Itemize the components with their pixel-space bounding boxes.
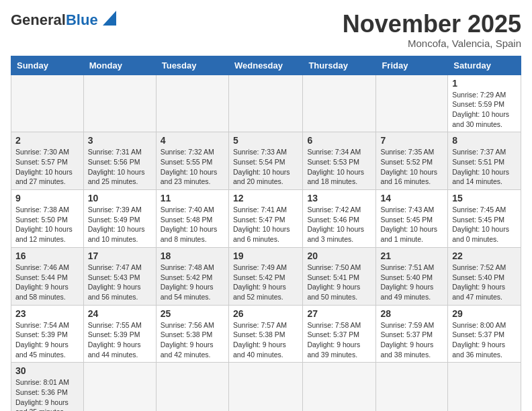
day-number: 13 (307, 193, 371, 203)
calendar-cell (83, 363, 156, 411)
day-number: 5 (233, 135, 298, 146)
calendar-cell: 8Sunrise: 7:37 AM Sunset: 5:51 PM Daylig… (448, 132, 521, 190)
day-number: 21 (380, 250, 443, 261)
day-number: 4 (161, 135, 224, 146)
week-row-1: 1Sunrise: 7:29 AM Sunset: 5:59 PM Daylig… (11, 75, 521, 132)
day-number: 15 (452, 193, 517, 203)
day-number: 9 (15, 193, 79, 203)
day-number: 22 (452, 250, 517, 261)
day-number: 7 (380, 135, 443, 146)
logo-text: GeneralBlue (11, 11, 98, 29)
day-info: Sunrise: 7:54 AM Sunset: 5:39 PM Dayligh… (15, 320, 79, 360)
day-number: 16 (15, 250, 79, 261)
day-info: Sunrise: 7:42 AM Sunset: 5:46 PM Dayligh… (307, 205, 371, 244)
logo: GeneralBlue (11, 11, 116, 30)
day-info: Sunrise: 7:41 AM Sunset: 5:47 PM Dayligh… (233, 205, 298, 244)
calendar-cell: 17Sunrise: 7:47 AM Sunset: 5:43 PM Dayli… (83, 247, 156, 305)
calendar-cell: 5Sunrise: 7:33 AM Sunset: 5:54 PM Daylig… (228, 132, 302, 190)
day-info: Sunrise: 7:30 AM Sunset: 5:57 PM Dayligh… (15, 147, 79, 187)
day-info: Sunrise: 8:01 AM Sunset: 5:36 PM Dayligh… (15, 377, 79, 411)
day-info: Sunrise: 7:49 AM Sunset: 5:42 PM Dayligh… (233, 263, 298, 302)
day-number: 6 (307, 135, 371, 146)
svg-marker-0 (103, 11, 116, 26)
day-info: Sunrise: 7:40 AM Sunset: 5:48 PM Dayligh… (161, 205, 224, 244)
calendar-cell: 27Sunrise: 7:58 AM Sunset: 5:37 PM Dayli… (303, 305, 376, 363)
day-info: Sunrise: 7:56 AM Sunset: 5:38 PM Dayligh… (161, 320, 224, 360)
calendar-cell: 25Sunrise: 7:56 AM Sunset: 5:38 PM Dayli… (156, 305, 228, 363)
calendar-cell: 6Sunrise: 7:34 AM Sunset: 5:53 PM Daylig… (303, 132, 376, 190)
day-info: Sunrise: 7:34 AM Sunset: 5:53 PM Dayligh… (307, 147, 371, 187)
logo-triangle-icon (103, 11, 116, 28)
day-number: 28 (380, 308, 443, 319)
day-number: 8 (452, 135, 517, 146)
calendar-cell: 16Sunrise: 7:46 AM Sunset: 5:44 PM Dayli… (11, 247, 84, 305)
day-number: 20 (307, 250, 371, 261)
calendar-cell (376, 75, 448, 132)
calendar-cell: 4Sunrise: 7:32 AM Sunset: 5:55 PM Daylig… (156, 132, 228, 190)
week-row-4: 16Sunrise: 7:46 AM Sunset: 5:44 PM Dayli… (11, 247, 521, 305)
day-number: 25 (161, 308, 224, 319)
calendar-cell: 12Sunrise: 7:41 AM Sunset: 5:47 PM Dayli… (228, 190, 302, 248)
calendar-cell: 26Sunrise: 7:57 AM Sunset: 5:38 PM Dayli… (228, 305, 302, 363)
calendar-cell (11, 75, 84, 132)
weekday-header-saturday: Saturday (448, 56, 521, 75)
day-number: 2 (15, 135, 79, 146)
calendar-title: November 2025 (343, 11, 521, 38)
calendar-cell: 18Sunrise: 7:48 AM Sunset: 5:42 PM Dayli… (156, 247, 228, 305)
calendar-cell: 19Sunrise: 7:49 AM Sunset: 5:42 PM Dayli… (228, 247, 302, 305)
calendar-cell (303, 75, 376, 132)
day-info: Sunrise: 7:43 AM Sunset: 5:45 PM Dayligh… (380, 205, 443, 244)
day-info: Sunrise: 7:32 AM Sunset: 5:55 PM Dayligh… (161, 147, 224, 187)
day-number: 18 (161, 250, 224, 261)
weekday-header-tuesday: Tuesday (156, 56, 228, 75)
day-number: 1 (452, 78, 517, 89)
day-number: 17 (88, 250, 152, 261)
day-info: Sunrise: 7:55 AM Sunset: 5:39 PM Dayligh… (88, 320, 152, 360)
day-info: Sunrise: 7:52 AM Sunset: 5:40 PM Dayligh… (452, 263, 517, 302)
day-info: Sunrise: 7:46 AM Sunset: 5:44 PM Dayligh… (15, 263, 79, 302)
day-info: Sunrise: 7:38 AM Sunset: 5:50 PM Dayligh… (15, 205, 79, 244)
day-info: Sunrise: 7:57 AM Sunset: 5:38 PM Dayligh… (233, 320, 298, 360)
calendar-cell (156, 363, 228, 411)
day-info: Sunrise: 7:31 AM Sunset: 5:56 PM Dayligh… (88, 147, 152, 187)
title-area: November 2025 Moncofa, Valencia, Spain (343, 11, 521, 49)
weekday-header-monday: Monday (83, 56, 156, 75)
calendar-cell: 22Sunrise: 7:52 AM Sunset: 5:40 PM Dayli… (448, 247, 521, 305)
calendar-table: SundayMondayTuesdayWednesdayThursdayFrid… (11, 56, 521, 411)
day-number: 30 (15, 365, 79, 376)
day-info: Sunrise: 7:29 AM Sunset: 5:59 PM Dayligh… (452, 90, 517, 130)
day-number: 12 (233, 193, 298, 203)
day-info: Sunrise: 7:58 AM Sunset: 5:37 PM Dayligh… (307, 320, 371, 360)
calendar-cell (303, 363, 376, 411)
week-row-6: 30Sunrise: 8:01 AM Sunset: 5:36 PM Dayli… (11, 363, 521, 411)
day-number: 14 (380, 193, 443, 203)
day-number: 3 (88, 135, 152, 146)
calendar-cell: 23Sunrise: 7:54 AM Sunset: 5:39 PM Dayli… (11, 305, 84, 363)
calendar-cell: 15Sunrise: 7:45 AM Sunset: 5:45 PM Dayli… (448, 190, 521, 248)
day-number: 27 (307, 308, 371, 319)
calendar-cell (448, 363, 521, 411)
calendar-subtitle: Moncofa, Valencia, Spain (343, 38, 521, 49)
calendar-cell: 1Sunrise: 7:29 AM Sunset: 5:59 PM Daylig… (448, 75, 521, 132)
weekday-header-sunday: Sunday (11, 56, 84, 75)
day-info: Sunrise: 7:48 AM Sunset: 5:42 PM Dayligh… (161, 263, 224, 302)
day-info: Sunrise: 7:35 AM Sunset: 5:52 PM Dayligh… (380, 147, 443, 187)
weekday-header-wednesday: Wednesday (228, 56, 302, 75)
calendar-cell: 30Sunrise: 8:01 AM Sunset: 5:36 PM Dayli… (11, 363, 84, 411)
day-number: 10 (88, 193, 152, 203)
week-row-2: 2Sunrise: 7:30 AM Sunset: 5:57 PM Daylig… (11, 132, 521, 190)
day-number: 11 (161, 193, 224, 203)
day-number: 29 (452, 308, 517, 319)
weekday-header-thursday: Thursday (303, 56, 376, 75)
weekday-header-friday: Friday (376, 56, 448, 75)
calendar-cell (228, 363, 302, 411)
page-header: GeneralBlue November 2025 Moncofa, Valen… (11, 11, 521, 49)
calendar-cell: 10Sunrise: 7:39 AM Sunset: 5:49 PM Dayli… (83, 190, 156, 248)
day-number: 23 (15, 308, 79, 319)
day-info: Sunrise: 7:39 AM Sunset: 5:49 PM Dayligh… (88, 205, 152, 244)
day-info: Sunrise: 7:47 AM Sunset: 5:43 PM Dayligh… (88, 263, 152, 302)
day-number: 19 (233, 250, 298, 261)
calendar-cell: 20Sunrise: 7:50 AM Sunset: 5:41 PM Dayli… (303, 247, 376, 305)
week-row-3: 9Sunrise: 7:38 AM Sunset: 5:50 PM Daylig… (11, 190, 521, 248)
day-info: Sunrise: 7:37 AM Sunset: 5:51 PM Dayligh… (452, 147, 517, 187)
